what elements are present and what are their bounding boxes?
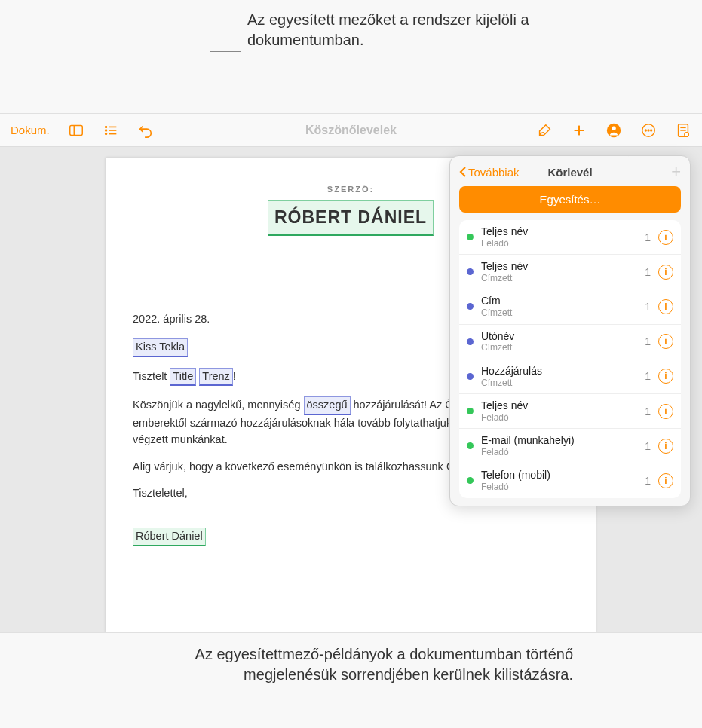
field-text: E-mail (munkahelyi)Feladó: [481, 434, 637, 457]
field-role: Feladó: [481, 238, 637, 249]
info-icon[interactable]: i: [658, 369, 673, 384]
info-icon[interactable]: i: [658, 265, 673, 280]
field-text: HozzájárulásCímzett: [481, 365, 637, 388]
merge-field-row[interactable]: Teljes névFeladó1i: [459, 220, 681, 255]
field-count: 1: [645, 335, 651, 347]
field-text: CímCímzett: [481, 295, 637, 318]
field-name: Teljes név: [481, 260, 637, 273]
svg-point-14: [648, 130, 649, 131]
app-window: • • • Dokum. Köszönőlevelek: [0, 113, 702, 633]
back-button[interactable]: Továbbiak: [459, 166, 520, 179]
salutation-suffix: !: [233, 370, 236, 382]
svg-point-11: [612, 126, 616, 130]
merge-field-row[interactable]: Teljes névFeladó1i: [459, 394, 681, 429]
document-title: Köszönőlevelek: [305, 124, 397, 137]
info-icon[interactable]: i: [658, 439, 673, 454]
field-count: 1: [645, 440, 651, 452]
merge-field-row[interactable]: Teljes névCímzett1i: [459, 255, 681, 289]
field-count: 1: [645, 405, 651, 418]
list-icon[interactable]: [103, 122, 119, 139]
merge-field-trenz[interactable]: Trenz: [199, 368, 233, 387]
svg-point-6: [105, 133, 106, 134]
format-icon[interactable]: [675, 122, 691, 139]
field-role: Címzett: [481, 342, 637, 353]
svg-point-2: [105, 126, 106, 127]
info-icon[interactable]: i: [658, 473, 673, 488]
merge-field-row[interactable]: E-mail (munkahelyi)Feladó1i: [459, 429, 681, 463]
popover-title: Körlevél: [547, 166, 592, 179]
brush-icon[interactable]: [536, 122, 553, 139]
color-dot: [467, 373, 474, 380]
field-role: Feladó: [481, 412, 637, 423]
field-role: Feladó: [481, 482, 637, 492]
info-icon[interactable]: i: [658, 299, 673, 314]
sidebar-icon[interactable]: [68, 122, 84, 139]
merge-field-signature[interactable]: Róbert Dániel: [133, 528, 206, 546]
info-icon[interactable]: i: [658, 230, 673, 245]
field-name: Teljes név: [481, 399, 637, 412]
merge-field-row[interactable]: UtónévCímzett1i: [459, 325, 681, 359]
documents-button[interactable]: Dokum.: [11, 124, 50, 136]
annotation-top: Az egyesített mezőket a rendszer kijelöl…: [247, 10, 564, 50]
back-label: Továbbiak: [468, 166, 520, 179]
merge-field-row[interactable]: Telefon (mobil)Feladó1i: [459, 463, 681, 497]
field-count: 1: [645, 231, 651, 243]
callout-line: [581, 528, 581, 639]
svg-point-13: [645, 130, 646, 131]
merge-field-title[interactable]: Title: [170, 368, 196, 387]
salutation-prefix: Tisztelt: [133, 370, 170, 382]
mail-merge-popover: Továbbiak Körlevél + Egyesítés… Teljes n…: [449, 155, 691, 506]
annotation-bottom: Az egyesítettmező-példányok a dokumentum…: [181, 644, 573, 685]
merge-field-recipient[interactable]: Kiss Tekla: [133, 338, 188, 357]
merge-field-row[interactable]: CímCímzett1i: [459, 289, 681, 324]
merge-field-amount[interactable]: összegű: [304, 396, 351, 415]
field-name: Hozzájárulás: [481, 365, 637, 378]
color-dot: [467, 268, 474, 275]
svg-point-15: [651, 130, 652, 131]
field-count: 1: [645, 475, 651, 487]
merge-field-list: Teljes névFeladó1iTeljes névCímzett1iCím…: [459, 220, 681, 498]
svg-point-4: [105, 130, 106, 131]
color-dot: [467, 477, 474, 484]
color-dot: [467, 408, 474, 414]
field-text: UtónévCímzett: [481, 330, 637, 353]
field-name: Telefon (mobil): [481, 469, 637, 482]
color-dot: [467, 303, 474, 310]
merge-field-row[interactable]: HozzájárulásCímzett1i: [459, 359, 681, 394]
field-name: Teljes név: [481, 225, 637, 238]
field-text: Telefon (mobil)Feladó: [481, 469, 637, 492]
field-count: 1: [645, 370, 651, 382]
merge-field-author[interactable]: RÓBERT DÁNIEL: [268, 200, 434, 237]
undo-icon[interactable]: [137, 122, 154, 139]
field-count: 1: [645, 301, 651, 313]
add-field-button[interactable]: +: [671, 164, 681, 180]
more-icon[interactable]: [640, 122, 657, 139]
info-icon[interactable]: i: [658, 334, 673, 349]
field-text: Teljes névCímzett: [481, 260, 637, 283]
field-name: E-mail (munkahelyi): [481, 434, 637, 447]
color-dot: [467, 442, 474, 449]
callout-line: [210, 51, 241, 52]
svg-rect-0: [69, 125, 82, 135]
collaborate-icon[interactable]: [605, 122, 622, 139]
field-name: Utónév: [481, 330, 637, 343]
field-role: Címzett: [481, 378, 637, 388]
field-role: Címzett: [481, 273, 637, 283]
info-icon[interactable]: i: [658, 404, 673, 419]
field-role: Címzett: [481, 307, 637, 318]
field-role: Feladó: [481, 447, 637, 457]
merge-button[interactable]: Egyesítés…: [459, 186, 681, 213]
color-dot: [467, 338, 474, 345]
field-text: Teljes névFeladó: [481, 399, 637, 423]
svg-point-17: [685, 132, 689, 136]
toolbar: Dokum. Köszönőlevelek: [0, 114, 702, 147]
field-name: Cím: [481, 295, 637, 307]
field-count: 1: [645, 266, 651, 278]
field-text: Teljes névFeladó: [481, 225, 637, 249]
color-dot: [467, 234, 474, 240]
plus-icon[interactable]: [571, 122, 587, 139]
body-text: Köszönjük a nagylelkű, mennyiség: [133, 399, 304, 411]
